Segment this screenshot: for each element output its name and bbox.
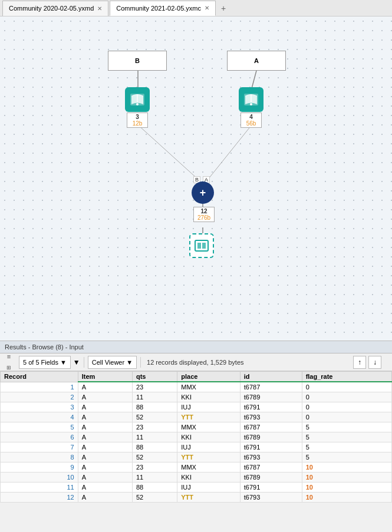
table-row[interactable]: 8 A 52 YTT t6793 5 [1,452,392,462]
tool-1-bytes: 12b [130,120,145,127]
cell-record: 7 [1,442,78,452]
sidebar-icon-1[interactable]: ≡ [4,351,14,362]
tab-1[interactable]: Community 2020-02-05.yxmd ✕ [2,1,108,16]
cell-qts: 88 [132,442,177,452]
browse-node[interactable] [189,233,214,258]
fields-button[interactable]: 5 of 5 Fields ▼ [19,356,71,369]
cell-record: 1 [1,382,78,392]
node-a[interactable]: A [227,51,286,71]
table-row[interactable]: 9 A 23 MMX t6787 10 [1,462,392,472]
cell-qts: 52 [132,452,177,462]
cell-id: t6787 [240,462,302,472]
table-row[interactable]: 12 A 52 YTT t6793 10 [1,493,392,503]
table-row[interactable]: 7 A 88 IUJ t6791 5 [1,442,392,452]
cell-flag-rate: 5 [302,432,391,442]
table-row[interactable]: 2 A 11 KKI t6789 0 [1,392,392,402]
tab-2[interactable]: Community 2021-02-05.yxmc ✕ [110,1,216,16]
tool-badge-1: 3 12b [127,113,148,128]
fields-dropdown-icon: ▼ [60,359,67,366]
cell-id: t6793 [240,493,302,503]
table-row[interactable]: 1 A 23 MMX t6787 0 [1,382,392,392]
cell-place: KKI [177,432,240,442]
cell-qts: 88 [132,483,177,493]
svg-point-9 [250,103,252,105]
canvas-area: B A 3 12b [0,16,392,341]
cell-record: 5 [1,422,78,432]
cell-record: 8 [1,452,78,462]
cell-qts: 88 [132,402,177,412]
cell-flag-rate: 10 [302,462,391,472]
join-rows: 12 [196,208,212,214]
table-row[interactable]: 11 A 88 IUJ t6791 10 [1,483,392,493]
separator-2 [140,357,141,368]
join-icon: + [200,187,206,199]
svg-line-1 [252,71,256,88]
table-row[interactable]: 3 A 88 IUJ t6791 0 [1,402,392,412]
join-bytes: 276b [196,214,212,221]
cell-place: YTT [177,452,240,462]
cell-id: t6789 [240,432,302,442]
tool-icon-2 [239,87,263,112]
fields-arrow-icon[interactable]: ▼ [73,358,80,366]
col-place[interactable]: place [177,372,240,382]
cell-record: 4 [1,412,78,422]
cell-item: A [78,422,132,432]
cell-record: 11 [1,483,78,493]
tool-2-rows: 4 [243,114,259,120]
cell-viewer-button[interactable]: Cell Viewer ▼ [88,356,137,369]
tool-node-2[interactable]: 4 56b [239,87,263,128]
cell-id: t6787 [240,422,302,432]
cell-qts: 23 [132,382,177,392]
join-node[interactable]: + [192,181,214,204]
tab-1-label: Community 2020-02-05.yxmd [9,5,94,12]
cell-item: A [78,382,132,392]
tool-icon-1 [125,87,150,112]
data-table-container: Record Item qts place id flag_rate 1 A 2… [0,371,392,532]
cell-qts: 11 [132,432,177,442]
cell-item: A [78,392,132,402]
table-row[interactable]: 4 A 52 YTT t6793 0 [1,412,392,422]
cell-record: 6 [1,432,78,442]
cell-id: t6791 [240,402,302,412]
node-b[interactable]: B [108,51,167,71]
cell-item: A [78,493,132,503]
col-item[interactable]: Item [78,372,132,382]
cell-flag-rate: 0 [302,412,391,422]
browse-icon [189,233,214,258]
sort-down-button[interactable]: ↓ [368,356,381,369]
cell-place: IUJ [177,442,240,452]
cell-flag-rate: 5 [302,422,391,432]
cell-item: A [78,483,132,493]
cell-flag-rate: 0 [302,402,391,412]
cell-place: KKI [177,392,240,402]
tab-2-close[interactable]: ✕ [205,5,209,11]
sort-up-button[interactable]: ↑ [353,356,366,369]
new-tab-button[interactable]: + [217,2,230,15]
cell-id: t6789 [240,472,302,483]
tab-2-label: Community 2021-02-05.yxmc [116,5,201,12]
cell-flag-rate: 10 [302,483,391,493]
cell-flag-rate: 10 [302,472,391,483]
col-flag-rate[interactable]: flag_rate [302,372,391,382]
results-header-text: Results - Browse (8) - Input [5,343,84,351]
cell-record: 10 [1,472,78,483]
node-a-label: A [254,57,259,64]
tool-node-1[interactable]: 3 12b [125,87,150,128]
cell-place: MMX [177,382,240,392]
table-row[interactable]: 6 A 11 KKI t6789 5 [1,432,392,442]
cell-qts: 52 [132,412,177,422]
cell-item: A [78,452,132,462]
cell-qts: 52 [132,493,177,503]
col-qts[interactable]: qts [132,372,177,382]
tab-1-close[interactable]: ✕ [97,5,102,12]
cell-record: 3 [1,402,78,412]
col-record[interactable]: Record [1,372,78,382]
cell-flag-rate: 0 [302,382,391,392]
table-row[interactable]: 10 A 11 KKI t6789 10 [1,472,392,483]
cell-flag-rate: 5 [302,452,391,462]
cell-record: 9 [1,462,78,472]
results-header: Results - Browse (8) - Input [0,341,392,353]
tool-2-bytes: 56b [243,120,259,127]
col-id[interactable]: id [240,372,302,382]
table-row[interactable]: 5 A 23 MMX t6787 5 [1,422,392,432]
